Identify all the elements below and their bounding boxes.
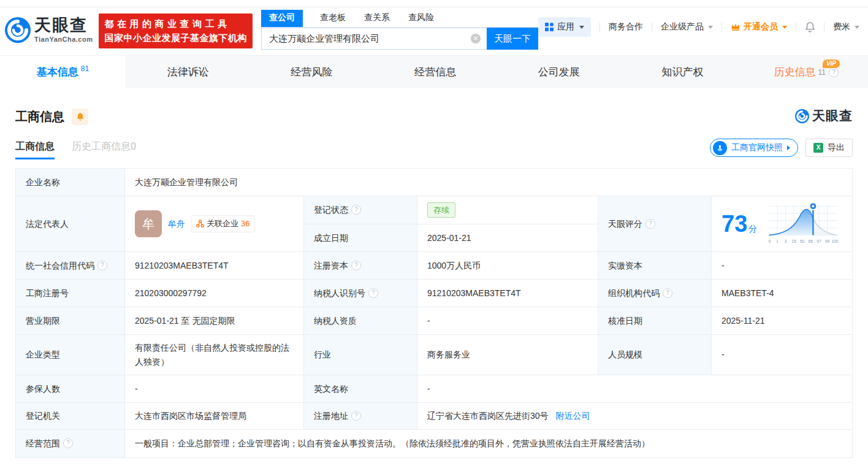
subtab-history-business-info[interactable]: 历史工商信息0	[72, 140, 136, 159]
field-label: 登记机关	[16, 403, 125, 430]
help-icon[interactable]	[351, 205, 361, 215]
field-label: 纳税人识别号	[304, 280, 417, 307]
table-row: 经营范围 一般项目：企业总部管理；企业管理咨询；以自有资金从事投资活动。（除依法…	[16, 430, 853, 458]
help-icon[interactable]	[645, 219, 655, 229]
tab-history-count: 11	[818, 68, 825, 77]
table-row: 参保人数 - 英文名称 -	[16, 375, 853, 403]
business-info-table: 企业名称 大连万颛企业管理有限公司 法定代表人 牟 牟舟	[15, 168, 853, 458]
tab-legal-litigation[interactable]: 法律诉讼	[126, 56, 250, 88]
tianyancha-logo-icon	[795, 109, 809, 123]
tab-history-info[interactable]: VIP 历史信息 11	[744, 56, 868, 88]
svg-text:99: 99	[825, 239, 830, 243]
clear-search-icon[interactable]	[471, 34, 481, 44]
search-tab-relation[interactable]: 查关系	[363, 10, 391, 27]
approval-date-value: 2025-11-21	[712, 307, 853, 335]
tianyancha-company-page: 天眼查 TianYanCha.com 都在用的商业查询工具 国家中小企业发展子基…	[0, 0, 868, 466]
search-block: 查公司 查老板 查关系 查风险 天眼一下	[261, 10, 538, 50]
username: 费米	[833, 21, 850, 32]
score-cell: 73分	[712, 196, 853, 252]
site-logo[interactable]: 天眼查 TianYanCha.com	[5, 17, 93, 43]
chevron-right-icon	[787, 145, 790, 150]
user-menu[interactable]: 费米	[833, 21, 859, 32]
search-button[interactable]: 天眼一下	[487, 28, 538, 50]
header-nav: 应用 商务合作 企业级产品 开通会员	[538, 17, 859, 37]
apps-menu[interactable]: 应用	[538, 17, 591, 37]
table-row: 企业名称 大连万颛企业管理有限公司	[16, 169, 853, 196]
taxpayer-quality-value: -	[417, 307, 598, 335]
search-input[interactable]	[262, 28, 487, 49]
tab-company-development[interactable]: 公司发展	[497, 56, 621, 88]
related-companies-badge[interactable]: 关联企业 36	[191, 215, 254, 233]
table-row: 企业类型 有限责任公司（非自然人投资或控股的法人独资） 行业 商务服务业 人员规…	[16, 335, 853, 375]
company-name-value: 大连万颛企业管理有限公司	[125, 169, 853, 196]
svg-text:15: 15	[792, 239, 797, 243]
slogan-line1: 都在用的商业查询工具	[104, 17, 247, 31]
open-vip-button[interactable]: 开通会员	[731, 21, 787, 32]
tab-intellectual-property[interactable]: 知识产权	[621, 56, 745, 88]
help-icon[interactable]	[829, 67, 839, 77]
insured-count-value: -	[125, 375, 304, 403]
field-label: 工商注册号	[16, 280, 125, 307]
paid-capital-value: -	[712, 252, 853, 280]
table-row: 统一社会信用代码 91210203MAEB3TET4T 注册资本 1000万人民…	[16, 252, 853, 280]
chevron-down-icon	[782, 26, 787, 29]
business-term-value: 2025-01-21 至 无固定期限	[125, 307, 304, 335]
help-icon[interactable]	[351, 261, 361, 270]
help-icon[interactable]	[663, 288, 672, 298]
legal-rep-link[interactable]: 牟舟	[168, 217, 185, 231]
field-label: 企业名称	[16, 169, 125, 196]
watermark-logo: 天眼查	[795, 107, 853, 124]
svg-text:50: 50	[800, 239, 805, 243]
status-badge: 存续	[427, 202, 455, 218]
staff-size-value: -	[712, 335, 853, 375]
reg-address-cell: 辽宁省大连市西岗区先进街30号 附近公司	[417, 403, 853, 430]
tab-basic-info[interactable]: 基本信息 81	[0, 56, 126, 88]
reg-address-value: 辽宁省大连市西岗区先进街30号	[427, 411, 549, 421]
crown-icon	[731, 23, 740, 31]
field-label: 注册地址	[304, 403, 417, 430]
svg-text:97: 97	[817, 239, 821, 243]
svg-text:85: 85	[809, 239, 813, 243]
apps-grid-icon	[545, 23, 554, 31]
svg-text:3: 3	[785, 239, 787, 243]
top-bar: 天眼查 TianYanCha.com 都在用的商业查询工具 国家中小企业发展子基…	[0, 9, 868, 52]
svg-text:1: 1	[776, 239, 779, 243]
subtab-business-info[interactable]: 工商信息	[15, 140, 55, 159]
field-label: 经营范围	[16, 430, 125, 458]
reg-number-value: 210203000297792	[125, 280, 304, 307]
field-label: 法定代表人	[16, 196, 125, 252]
field-label: 行业	[304, 335, 417, 375]
subtabs: 工商信息 历史工商信息0	[15, 140, 136, 159]
search-tab-risk[interactable]: 查风险	[407, 10, 435, 27]
nav-enterprise-products[interactable]: 企业级产品	[661, 21, 713, 32]
search-tab-company[interactable]: 查公司	[261, 10, 303, 27]
vip-badge: VIP	[823, 59, 840, 68]
export-button[interactable]: 导出	[805, 139, 853, 157]
nearby-companies-link[interactable]: 附近公司	[555, 411, 590, 421]
slogan-banner: 都在用的商业查询工具 国家中小企业发展子基金旗下机构	[99, 13, 253, 48]
section-title: 工商信息	[15, 109, 64, 125]
business-scope-value: 一般项目：企业总部管理；企业管理咨询；以自有资金从事投资活动。（除依法须经批准的…	[125, 430, 853, 458]
nav-cooperation[interactable]: 商务合作	[609, 21, 643, 32]
help-icon[interactable]	[368, 288, 378, 298]
excel-icon	[813, 143, 823, 153]
avatar[interactable]: 牟	[135, 210, 162, 237]
subscribe-alert-button[interactable]	[72, 109, 88, 125]
english-name-value: -	[417, 375, 853, 403]
field-label: 实缴资本	[598, 252, 712, 280]
notifications-button[interactable]	[805, 21, 815, 32]
field-label: 统一社会信用代码	[16, 252, 125, 280]
tianyancha-logo-icon	[5, 17, 31, 43]
help-icon[interactable]	[63, 438, 73, 448]
network-icon	[196, 220, 204, 227]
chevron-down-icon	[855, 26, 859, 29]
tab-operating-info[interactable]: 经营信息	[373, 56, 497, 88]
help-icon[interactable]	[351, 411, 361, 421]
search-tab-boss[interactable]: 查老板	[319, 10, 347, 27]
official-snapshot-button[interactable]: 工商官网快照	[710, 139, 798, 157]
field-label: 核准日期	[598, 307, 712, 335]
help-icon[interactable]	[97, 261, 107, 270]
taxpayer-id-value: 91210203MAEB3TET4T	[417, 280, 598, 307]
field-label: 企业类型	[16, 335, 125, 375]
tab-operating-risk[interactable]: 经营风险	[250, 56, 374, 88]
